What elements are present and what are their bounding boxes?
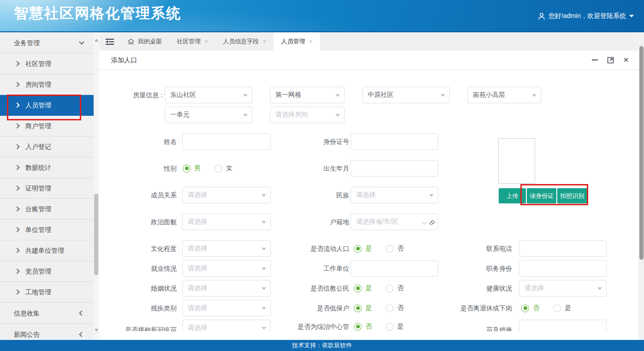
sidebar-item-party-member[interactable]: 党员管理 bbox=[0, 261, 94, 282]
education-select[interactable]: 请选择 bbox=[182, 240, 271, 257]
caret-down-icon bbox=[262, 327, 266, 331]
retire-label: 是否离退休或下岗 bbox=[443, 300, 512, 316]
building-select[interactable]: 南苑小高层 bbox=[467, 87, 541, 103]
radio-floating-yes[interactable] bbox=[354, 245, 362, 253]
political-label: 政治面貌 bbox=[99, 214, 177, 230]
collapse-sidebar-icon[interactable] bbox=[99, 32, 120, 51]
house-info-label: 房屋信息： bbox=[99, 87, 165, 103]
unit-select[interactable]: 一单元 bbox=[165, 107, 252, 123]
maximize-icon[interactable] bbox=[606, 56, 614, 64]
radio-female[interactable] bbox=[215, 165, 222, 173]
scroll-up-icon[interactable] bbox=[95, 37, 98, 42]
radio-retire-no[interactable] bbox=[521, 304, 529, 312]
zongzhi-label: 是否为综治中心管 bbox=[280, 320, 349, 331]
caret-down-icon bbox=[262, 287, 266, 292]
close-icon[interactable]: × bbox=[262, 38, 266, 45]
idcard-label: 身份证号 bbox=[280, 133, 349, 150]
ethnic-select[interactable]: 请选择 bbox=[351, 187, 438, 203]
zongzhi-radio-group: 否 是 bbox=[354, 318, 417, 331]
sidebar-item-certificate[interactable]: 证明管理 bbox=[0, 178, 94, 199]
sidebar-item-room[interactable]: 房间管理 bbox=[0, 74, 94, 95]
duty-input[interactable] bbox=[519, 260, 607, 277]
close-icon[interactable]: × bbox=[204, 38, 208, 45]
floating-radio-group: 是 否 bbox=[354, 240, 417, 257]
radio-lowincome-yes[interactable] bbox=[354, 304, 362, 312]
page-title: 添加人口 bbox=[111, 56, 137, 65]
minimize-icon[interactable] bbox=[590, 56, 599, 64]
education-label: 文化程度 bbox=[99, 240, 177, 257]
tab-person-mgmt[interactable]: 人员管理 × bbox=[274, 32, 320, 51]
sidebar-section-news[interactable]: 新闻公告 bbox=[0, 324, 94, 340]
name-input[interactable] bbox=[182, 133, 271, 150]
idcard-input[interactable] bbox=[351, 133, 438, 150]
sidebar-item-coop-unit[interactable]: 共建单位管理 bbox=[0, 240, 94, 261]
marital-select[interactable]: 请选择 bbox=[182, 280, 271, 297]
radio-male[interactable] bbox=[183, 165, 191, 173]
sidebar-section-business[interactable]: 业务管理 bbox=[0, 32, 94, 54]
health-select[interactable]: 请选择 bbox=[519, 280, 607, 297]
radio-lowincome-no[interactable] bbox=[386, 304, 394, 312]
relation-select[interactable]: 请选择 bbox=[182, 187, 271, 203]
phone-input[interactable] bbox=[519, 240, 607, 257]
radio-retire-yes[interactable] bbox=[553, 304, 561, 312]
tab-bar: 我的桌面 社区管理 × 人员信息字段 × 人员管理 × bbox=[99, 32, 638, 51]
chevron-right-icon bbox=[14, 165, 19, 170]
birth-input[interactable] bbox=[351, 160, 438, 177]
region-cascader[interactable]: 请选择省/市/区 bbox=[351, 214, 438, 230]
village-select[interactable]: 中原社区 bbox=[362, 87, 450, 103]
radio-religion-yes[interactable] bbox=[354, 285, 362, 292]
sidebar-section-info-collect[interactable]: 信息收集 bbox=[0, 303, 94, 324]
caret-down-icon bbox=[335, 114, 340, 119]
caret-down-icon bbox=[532, 94, 537, 99]
phone-label: 联系电话 bbox=[443, 240, 512, 257]
main-scrollbar-thumb[interactable] bbox=[639, 46, 644, 260]
tab-my-desktop[interactable]: 我的桌面 bbox=[120, 32, 169, 51]
caret-down-icon bbox=[429, 194, 434, 199]
vaccine-select[interactable]: 请选择 bbox=[182, 320, 271, 331]
sidebar-item-unit[interactable]: 单位管理 bbox=[0, 220, 94, 240]
sidebar-scrollbar[interactable] bbox=[94, 32, 99, 340]
employment-label: 就业情况 bbox=[99, 260, 177, 277]
radio-zongzhi-no[interactable] bbox=[354, 323, 362, 331]
political-select[interactable]: 请选择 bbox=[182, 214, 271, 230]
sidebar-item-statistics[interactable]: 数据统计 bbox=[0, 157, 94, 178]
radio-religion-no[interactable] bbox=[386, 285, 394, 292]
radio-floating-no[interactable] bbox=[386, 245, 394, 253]
grid-select[interactable]: 第一网格 bbox=[270, 87, 345, 103]
close-window-icon[interactable]: ✕ bbox=[622, 56, 630, 64]
name-label: 姓名 bbox=[99, 133, 177, 150]
employment-select[interactable]: 请选择 bbox=[182, 260, 271, 277]
read-idcard-button[interactable]: 读身份证 bbox=[527, 188, 556, 203]
sidebar-item-worksite[interactable]: 工地管理 bbox=[0, 282, 94, 303]
chevron-down-icon bbox=[79, 39, 84, 44]
disability-select[interactable]: 请选择 bbox=[182, 300, 271, 316]
radio-zongzhi-yes[interactable] bbox=[386, 323, 394, 331]
chevron-right-icon bbox=[14, 61, 19, 66]
user-menu[interactable]: 您好!admin，欢迎登陆系统 bbox=[538, 0, 634, 32]
measures-input[interactable] bbox=[519, 320, 607, 331]
community-select[interactable]: 东山社区 bbox=[165, 87, 252, 103]
sidebar-item-personnel[interactable]: 人员管理 bbox=[0, 95, 94, 116]
app-title: 智慧社区网格化管理系统 bbox=[14, 4, 181, 23]
chevron-right-icon bbox=[14, 268, 19, 274]
camera-recognize-button[interactable]: 拍照识别 bbox=[557, 188, 587, 203]
close-icon[interactable]: × bbox=[309, 38, 312, 45]
main-scrollbar[interactable] bbox=[638, 32, 644, 340]
scroll-down-icon[interactable] bbox=[95, 329, 98, 333]
tab-community-mgmt[interactable]: 社区管理 × bbox=[169, 32, 215, 51]
sidebar-item-ledger[interactable]: 台账管理 bbox=[0, 199, 94, 220]
sidebar-item-merchant[interactable]: 商户管理 bbox=[0, 116, 94, 137]
tab-person-fields[interactable]: 人员信息字段 × bbox=[215, 32, 274, 51]
clear-eraser-icon[interactable] bbox=[428, 218, 436, 227]
marital-label: 婚姻状况 bbox=[99, 280, 177, 297]
workplace-input[interactable] bbox=[351, 260, 438, 277]
sidebar-item-community[interactable]: 社区管理 bbox=[0, 54, 94, 74]
caret-down-icon bbox=[262, 221, 266, 226]
sidebar-scrollbar-thumb[interactable] bbox=[94, 194, 98, 275]
chevron-down-icon bbox=[629, 15, 634, 20]
caret-down-icon bbox=[262, 248, 266, 253]
upload-button[interactable]: 上传 bbox=[499, 188, 526, 203]
duty-label: 职务身份 bbox=[443, 260, 512, 277]
room-select[interactable]: 请选择房间 bbox=[270, 107, 345, 123]
sidebar-item-household[interactable]: 入户登记 bbox=[0, 137, 94, 157]
